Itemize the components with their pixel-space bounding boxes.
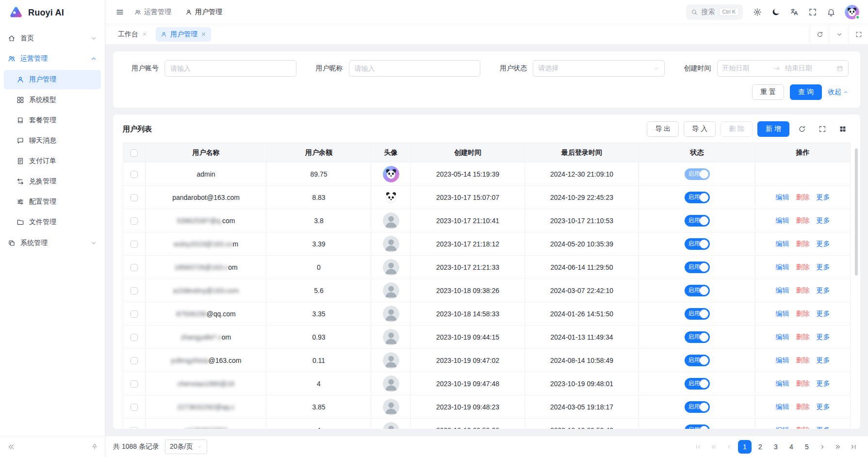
delete-link[interactable]: 删除 — [796, 379, 810, 387]
language-button[interactable] — [786, 4, 802, 20]
edit-link[interactable]: 编辑 — [776, 403, 789, 410]
sidebar-item-payment-orders[interactable]: 支付订单 — [4, 151, 101, 171]
status-toggle[interactable]: 启用 — [685, 192, 710, 203]
sidebar-item-system-models[interactable]: 系统模型 — [4, 90, 101, 110]
more-link[interactable]: 更多 — [816, 193, 830, 201]
status-select[interactable]: 请选择 — [533, 60, 665, 77]
status-toggle[interactable]: 启用 — [685, 331, 710, 343]
breadcrumb-user-management[interactable]: 用户管理 — [185, 8, 222, 16]
sidebar-item-exchange[interactable]: 兑换管理 — [4, 172, 101, 191]
row-checkbox[interactable] — [131, 404, 138, 411]
column-settings-button[interactable] — [835, 121, 851, 137]
collapse-filter-link[interactable]: 收起 — [828, 88, 849, 97]
brand[interactable]: Ruoyi AI — [0, 0, 105, 25]
more-link[interactable]: 更多 — [816, 426, 830, 429]
row-checkbox[interactable] — [131, 427, 138, 429]
row-checkbox[interactable] — [131, 241, 138, 248]
nickname-input[interactable] — [349, 60, 481, 77]
row-checkbox[interactable] — [131, 334, 138, 341]
date-range-input[interactable]: 开始日期 结束日期 — [717, 60, 849, 77]
edit-link[interactable]: 编辑 — [776, 426, 789, 429]
status-toggle[interactable]: 启用 — [685, 401, 710, 413]
theme-toggle-button[interactable] — [768, 4, 784, 20]
row-checkbox[interactable] — [131, 264, 138, 271]
edit-link[interactable]: 编辑 — [776, 333, 789, 341]
delete-link[interactable]: 删除 — [796, 356, 810, 364]
notifications-button[interactable] — [823, 4, 839, 20]
more-link[interactable]: 更多 — [816, 286, 830, 294]
row-checkbox[interactable] — [131, 310, 138, 318]
sidebar-item-home[interactable]: 首页 — [0, 28, 105, 49]
status-toggle[interactable]: 启用 — [685, 378, 710, 390]
more-link[interactable]: 更多 — [816, 333, 830, 341]
tab-options-button[interactable] — [829, 24, 849, 44]
more-link[interactable]: 更多 — [816, 263, 830, 271]
edit-link[interactable]: 编辑 — [776, 263, 789, 271]
status-toggle[interactable]: 启用 — [685, 261, 710, 273]
query-button[interactable]: 查 询 — [790, 84, 822, 100]
delete-link[interactable]: 删除 — [796, 310, 810, 317]
page-button-5[interactable]: 5 — [800, 440, 814, 454]
sidebar-item-packages[interactable]: 套餐管理 — [4, 111, 101, 130]
toggle-sidebar-button[interactable] — [112, 4, 128, 20]
status-toggle[interactable]: 启用 — [685, 285, 710, 296]
edit-link[interactable]: 编辑 — [776, 310, 789, 317]
delete-link[interactable]: 删除 — [796, 193, 810, 201]
sidebar-item-user-management[interactable]: 用户管理 — [4, 70, 101, 89]
scrollbar-thumb[interactable] — [855, 148, 858, 276]
sidebar-item-operations[interactable]: 运营管理 — [0, 49, 105, 69]
status-toggle[interactable]: 启用 — [685, 308, 710, 320]
more-link[interactable]: 更多 — [816, 403, 830, 410]
status-toggle[interactable]: 启用 — [685, 168, 710, 180]
delete-link[interactable]: 删除 — [796, 263, 810, 271]
row-checkbox[interactable] — [131, 380, 138, 388]
page-button-1[interactable]: 1 — [738, 440, 752, 454]
tab-workbench[interactable]: 工作台 — [113, 27, 152, 42]
refresh-tab-button[interactable] — [810, 24, 829, 44]
delete-link[interactable]: 删除 — [796, 240, 810, 247]
jump-back-button[interactable] — [707, 440, 721, 454]
edit-link[interactable]: 编辑 — [776, 240, 789, 247]
more-link[interactable]: 更多 — [816, 240, 830, 247]
more-link[interactable]: 更多 — [816, 379, 830, 387]
delete-link[interactable]: 删除 — [796, 426, 810, 429]
edit-link[interactable]: 编辑 — [776, 356, 789, 364]
edit-link[interactable]: 编辑 — [776, 379, 789, 387]
table-scrollbar[interactable] — [855, 147, 859, 424]
content-fullscreen-button[interactable] — [849, 24, 868, 44]
table-fullscreen-button[interactable] — [815, 121, 830, 137]
sidebar-item-files[interactable]: 文件管理 — [4, 212, 101, 232]
settings-button[interactable] — [750, 4, 765, 20]
breadcrumb-operations[interactable]: 运营管理 — [134, 8, 171, 16]
close-icon[interactable] — [142, 32, 147, 37]
prev-page-button[interactable] — [722, 440, 736, 454]
select-all-checkbox[interactable] — [131, 149, 138, 157]
fullscreen-button[interactable] — [805, 4, 820, 20]
more-link[interactable]: 更多 — [816, 310, 830, 317]
page-size-select[interactable]: 20条/页 — [165, 440, 207, 454]
row-checkbox[interactable] — [131, 287, 138, 294]
delete-link[interactable]: 删除 — [796, 216, 810, 224]
add-button[interactable]: 新 增 — [757, 121, 789, 137]
last-page-button[interactable] — [847, 440, 860, 454]
status-toggle[interactable]: 启用 — [685, 238, 710, 250]
row-checkbox[interactable] — [131, 357, 138, 364]
import-button[interactable]: 导 入 — [684, 121, 716, 137]
sidebar-collapse-button[interactable] — [7, 442, 16, 451]
jump-forward-button[interactable] — [831, 440, 845, 454]
edit-link[interactable]: 编辑 — [776, 216, 789, 224]
refresh-table-button[interactable] — [794, 121, 810, 137]
status-toggle[interactable]: 启用 — [685, 355, 710, 366]
first-page-button[interactable] — [691, 440, 705, 454]
row-checkbox[interactable] — [131, 194, 138, 201]
edit-link[interactable]: 编辑 — [776, 193, 789, 201]
pin-sidebar-button[interactable] — [91, 443, 98, 450]
sidebar-item-chat-messages[interactable]: 聊天消息 — [4, 131, 101, 150]
next-page-button[interactable] — [816, 440, 829, 454]
page-button-2[interactable]: 2 — [753, 440, 767, 454]
export-button[interactable]: 导 出 — [647, 121, 679, 137]
more-link[interactable]: 更多 — [816, 216, 830, 224]
delete-button[interactable]: 删 除 — [721, 121, 753, 137]
account-input[interactable] — [164, 60, 296, 77]
tab-user-management[interactable]: 用户管理 — [156, 27, 211, 42]
